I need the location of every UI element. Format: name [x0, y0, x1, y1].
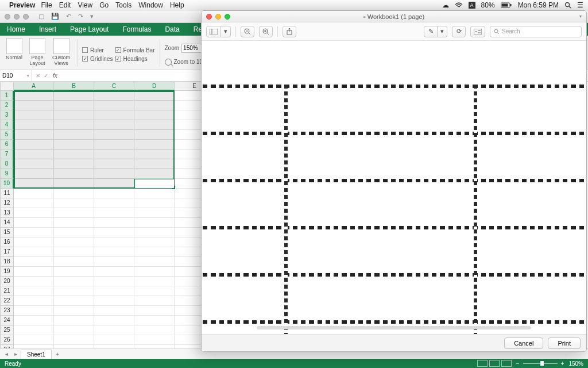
row-header-17[interactable]: 17 [0, 247, 14, 257]
cell[interactable] [134, 247, 175, 257]
row-header-3[interactable]: 3 [0, 110, 14, 120]
cell[interactable] [134, 140, 175, 150]
sidebar-menu-button[interactable]: ▾ [221, 26, 231, 37]
cell[interactable] [14, 267, 54, 277]
menu-file[interactable]: File [41, 1, 52, 9]
tab-page-layout[interactable]: Page Layout [63, 23, 115, 36]
menu-window[interactable]: Window [138, 1, 163, 9]
pv-min-button[interactable] [215, 14, 221, 20]
cell[interactable] [94, 335, 134, 345]
view-mode-normal-icon[interactable] [477, 360, 488, 367]
tab-insert[interactable]: Insert [32, 23, 63, 36]
cell[interactable] [54, 150, 94, 159]
cell[interactable] [14, 110, 54, 120]
cell[interactable] [94, 228, 134, 237]
cell[interactable] [54, 189, 94, 198]
row-header-24[interactable]: 24 [0, 316, 14, 325]
menu-help[interactable]: Help [170, 1, 184, 9]
cell[interactable] [54, 101, 94, 110]
accept-formula-icon[interactable]: ✓ [44, 72, 48, 79]
col-header-D[interactable]: D [134, 82, 175, 91]
fx-label[interactable]: fx [53, 72, 57, 79]
cell[interactable] [94, 306, 134, 316]
cell[interactable] [14, 257, 54, 267]
view-normal-button[interactable]: Normal [3, 38, 25, 70]
cell[interactable] [134, 91, 175, 101]
cell[interactable] [54, 247, 94, 257]
cell[interactable] [134, 277, 175, 286]
input-icon[interactable]: A [469, 2, 475, 9]
cell[interactable] [54, 228, 94, 237]
qat-save-icon[interactable]: ▢ [38, 12, 45, 21]
cell[interactable] [94, 316, 134, 325]
cell[interactable] [94, 120, 134, 130]
cell[interactable] [134, 198, 175, 208]
cell[interactable] [134, 228, 175, 237]
cell[interactable] [94, 208, 134, 218]
cell[interactable] [134, 110, 175, 120]
row-header-12[interactable]: 12 [0, 198, 14, 208]
cell[interactable] [134, 257, 175, 267]
clock[interactable]: Mon 6:59 PM [518, 1, 559, 9]
share-button[interactable] [283, 26, 296, 37]
cell[interactable] [54, 325, 94, 335]
cell[interactable] [94, 237, 134, 247]
zoom-in-button[interactable]: + [561, 361, 564, 367]
rotate-button[interactable]: ⟳ [452, 26, 466, 37]
add-sheet-button[interactable]: ＋ [53, 350, 62, 358]
battery-icon[interactable] [501, 2, 512, 8]
row-header-22[interactable]: 22 [0, 296, 14, 306]
cell[interactable] [94, 218, 134, 228]
preview-titlebar[interactable]: ▫ Workbook1 (1 page) ▾ [202, 11, 586, 22]
cell[interactable] [134, 120, 175, 130]
name-box[interactable]: D10▾ [0, 70, 32, 81]
zoom-in-button-pv[interactable] [259, 26, 273, 37]
row-header-9[interactable]: 9 [0, 169, 14, 179]
markup-toolbar-button[interactable] [470, 26, 485, 37]
cell[interactable] [14, 237, 54, 247]
cell[interactable] [54, 257, 94, 267]
cell[interactable] [54, 296, 94, 306]
row-header-11[interactable]: 11 [0, 189, 14, 198]
cell[interactable] [94, 277, 134, 286]
qat-save2-icon[interactable]: 💾 [51, 12, 60, 21]
cell[interactable] [54, 306, 94, 316]
row-header-21[interactable]: 21 [0, 286, 14, 296]
cell[interactable] [94, 179, 134, 189]
title-dropdown-icon[interactable]: ▾ [579, 14, 582, 19]
row-header-4[interactable]: 4 [0, 120, 14, 130]
select-all-corner[interactable] [0, 82, 14, 91]
cell[interactable] [14, 130, 54, 140]
cell[interactable] [14, 159, 54, 169]
traffic-light-max[interactable] [23, 14, 29, 20]
cell[interactable] [14, 335, 54, 345]
cell[interactable] [94, 198, 134, 208]
row-header-26[interactable]: 26 [0, 335, 14, 345]
row-header-2[interactable]: 2 [0, 101, 14, 110]
cell[interactable] [54, 169, 94, 179]
cell[interactable] [94, 257, 134, 267]
view-custom-views-button[interactable]: Custom Views [50, 38, 72, 70]
cell[interactable] [134, 296, 175, 306]
cell[interactable] [14, 208, 54, 218]
zoom-out-button-pv[interactable] [241, 26, 254, 37]
qat-redo-icon[interactable]: ↷ [78, 12, 84, 21]
menu-edit[interactable]: Edit [59, 1, 71, 9]
wifi-icon[interactable] [455, 2, 463, 8]
sheet-nav-next[interactable]: ▸ [11, 351, 20, 357]
tab-home[interactable]: Home [0, 23, 32, 36]
cell[interactable] [54, 120, 94, 130]
row-header-5[interactable]: 5 [0, 130, 14, 140]
cell[interactable] [54, 267, 94, 277]
cell[interactable] [94, 325, 134, 335]
row-header-16[interactable]: 16 [0, 237, 14, 247]
cell[interactable] [54, 208, 94, 218]
cell[interactable] [134, 130, 175, 140]
cell[interactable] [14, 120, 54, 130]
cell[interactable] [94, 247, 134, 257]
cell[interactable] [94, 159, 134, 169]
row-header-25[interactable]: 25 [0, 325, 14, 335]
cell[interactable] [94, 169, 134, 179]
col-header-C[interactable]: C [94, 82, 134, 91]
cell[interactable] [94, 140, 134, 150]
